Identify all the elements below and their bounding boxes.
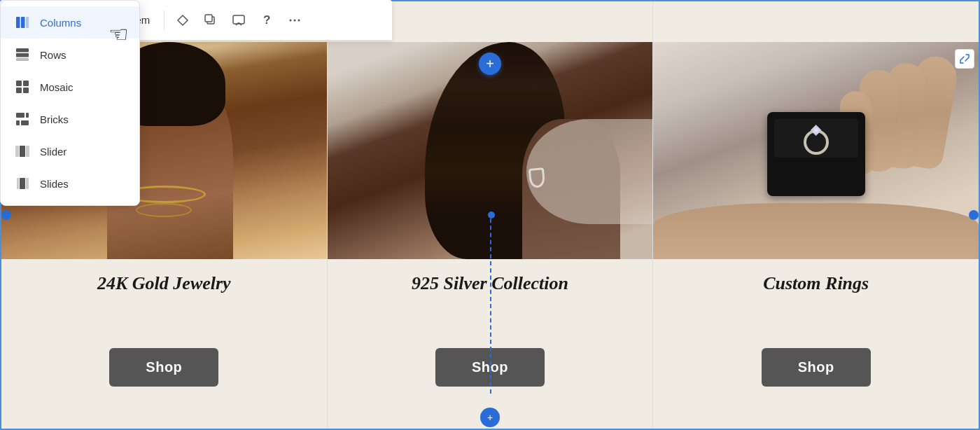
menu-item-columns-label: Columns (40, 17, 81, 29)
toolbar-divider-2 (164, 11, 164, 30)
svg-rect-16 (23, 81, 29, 86)
svg-point-6 (290, 19, 292, 21)
svg-rect-27 (20, 178, 25, 189)
svg-rect-26 (17, 178, 19, 189)
mosaic-menu-icon (15, 79, 30, 95)
columns-container: 24K Gold Jewelry Shop 925 Silver Collect… (0, 0, 980, 430)
svg-point-7 (294, 19, 296, 21)
menu-item-slider-label: Slider (40, 146, 66, 158)
menu-item-slides-label: Slides (40, 178, 69, 190)
slides-menu-icon (15, 176, 30, 191)
svg-rect-4 (205, 15, 212, 22)
svg-point-8 (298, 19, 300, 21)
svg-rect-28 (26, 178, 29, 189)
menu-item-slides[interactable]: Slides (1, 167, 139, 200)
svg-rect-5 (233, 15, 244, 24)
expand-icon-button[interactable] (955, 49, 974, 69)
add-icon-bottom: + (487, 412, 493, 423)
diamond-icon-button[interactable] (170, 8, 195, 33)
svg-rect-21 (16, 120, 20, 125)
custom-rings-shop-button[interactable]: Shop (762, 348, 871, 387)
svg-rect-20 (26, 113, 29, 118)
columns-menu-icon (15, 15, 30, 30)
menu-item-columns[interactable]: Columns (1, 6, 139, 39)
right-resize-handle[interactable] (969, 210, 979, 220)
svg-rect-9 (16, 17, 20, 28)
svg-rect-14 (16, 58, 29, 61)
menu-item-mosaic[interactable]: Mosaic (1, 71, 139, 103)
add-row-top-button[interactable]: + (479, 53, 501, 75)
svg-rect-22 (21, 120, 29, 125)
menu-item-mosaic-label: Mosaic (40, 81, 74, 93)
svg-rect-10 (21, 17, 25, 28)
help-icon: ? (263, 13, 270, 27)
menu-item-bricks[interactable]: Bricks (1, 103, 139, 135)
svg-rect-12 (16, 48, 29, 53)
svg-rect-11 (26, 17, 29, 28)
left-resize-handle[interactable] (1, 210, 11, 220)
svg-rect-15 (16, 81, 22, 86)
bricks-menu-icon (15, 111, 30, 127)
more-options-button[interactable] (282, 8, 307, 33)
add-icon-top: + (486, 57, 494, 71)
help-icon-button[interactable]: ? (254, 8, 279, 33)
svg-rect-23 (15, 146, 19, 157)
layout-dropdown-menu: Columns Rows Mosaic (0, 0, 140, 206)
add-row-bottom-button[interactable]: + (480, 408, 500, 427)
column-custom-rings: Custom Rings Shop (652, 1, 979, 429)
svg-rect-19 (16, 113, 24, 118)
menu-item-bricks-label: Bricks (40, 113, 69, 125)
custom-rings-title: Custom Rings (763, 273, 869, 294)
svg-rect-24 (20, 146, 25, 157)
custom-rings-image (653, 42, 979, 259)
gold-jewelry-title: 24K Gold Jewelry (97, 273, 231, 294)
gold-jewelry-shop-button[interactable]: Shop (109, 348, 218, 387)
rows-menu-icon (15, 47, 30, 62)
duplicate-icon-button[interactable] (198, 8, 223, 33)
slider-menu-icon (15, 144, 30, 159)
menu-item-rows-label: Rows (40, 49, 66, 61)
svg-rect-18 (23, 88, 29, 93)
col2-resize-indicator (490, 211, 491, 394)
svg-rect-17 (16, 88, 22, 93)
menu-item-slider[interactable]: Slider (1, 135, 139, 167)
svg-rect-25 (26, 146, 29, 157)
svg-rect-13 (16, 53, 29, 57)
menu-item-rows[interactable]: Rows (1, 39, 139, 71)
chat-icon-button[interactable] (226, 8, 251, 33)
